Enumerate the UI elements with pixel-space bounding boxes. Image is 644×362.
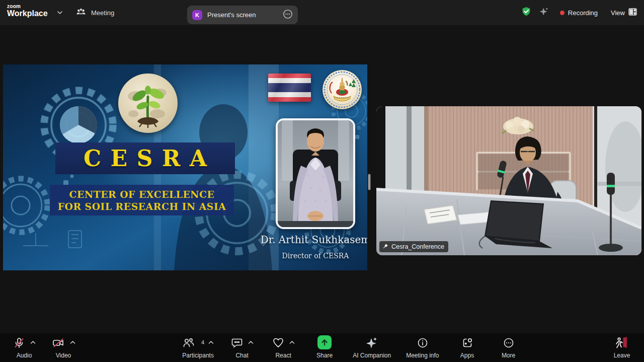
participants-options-chevron[interactable] xyxy=(208,339,214,349)
shared-screen-slide: CESRA CENTER OF EXCELLENCE FOR SOIL RESE… xyxy=(3,64,367,270)
cesra-logo xyxy=(118,74,178,133)
leave-door-icon xyxy=(615,336,629,349)
info-circle-icon xyxy=(417,336,429,349)
cesra-subtitle-banner: CENTER OF EXCELLENCE FOR SOIL RESEARCH I… xyxy=(50,185,234,215)
share-screen-icon xyxy=(317,335,332,349)
audio-options-chevron[interactable] xyxy=(30,339,36,349)
chat-label: Chat xyxy=(235,352,248,359)
participant-name-badge: Cesra_Conference xyxy=(379,241,448,252)
react-label: React xyxy=(275,352,291,359)
ai-companion-label: AI Companion xyxy=(353,352,391,359)
react-button[interactable]: React xyxy=(270,336,296,359)
ai-companion-icon xyxy=(365,336,378,349)
audio-label: Audio xyxy=(17,352,32,359)
more-button[interactable]: More xyxy=(496,336,522,359)
participants-icon xyxy=(182,336,195,349)
react-options-chevron[interactable] xyxy=(289,339,295,349)
share-button[interactable]: Share xyxy=(311,336,338,359)
presenter-title: Director of CESRA xyxy=(248,252,367,260)
meeting-stage: CESRA CENTER OF EXCELLENCE FOR SOIL RESE… xyxy=(0,25,644,333)
view-layout-icon xyxy=(628,8,637,17)
tab-presents-screen-label: Present's screen xyxy=(207,11,278,19)
participants-count-badge: 4 xyxy=(201,339,204,345)
video-label: Video xyxy=(56,352,71,359)
zoom-workplace-logo: zoom Workplace xyxy=(7,4,48,18)
participant-name-label: Cesra_Conference xyxy=(391,243,444,250)
camera-muted-icon xyxy=(52,336,65,349)
video-button[interactable]: Video xyxy=(50,336,76,359)
pie-chart-icon xyxy=(60,106,97,143)
leave-button[interactable]: Leave xyxy=(609,336,635,359)
view-label: View xyxy=(611,9,625,17)
pin-icon xyxy=(382,243,388,251)
participants-label: Participants xyxy=(182,352,214,359)
chat-options-chevron[interactable] xyxy=(248,339,254,349)
ellipsis-circle-icon[interactable] xyxy=(283,9,293,21)
conference-room-scene xyxy=(376,106,641,255)
recording-dot-icon xyxy=(560,11,565,15)
apps-button[interactable]: Apps xyxy=(454,336,480,359)
participant-video-tile[interactable]: Cesra_Conference xyxy=(376,106,641,255)
zoom-meeting-window: zoom Workplace Meeting K Present's scre xyxy=(0,0,644,362)
top-bar: zoom Workplace Meeting K Present's scre xyxy=(0,0,644,25)
heart-icon xyxy=(272,336,284,349)
presenter-photo xyxy=(276,118,355,229)
share-label: Share xyxy=(316,352,333,359)
apps-icon xyxy=(461,336,473,349)
recording-label: Recording xyxy=(568,9,598,17)
ai-companion-button[interactable]: AI Companion xyxy=(353,336,391,359)
meeting-info-button[interactable]: Meeting info xyxy=(406,336,439,359)
leave-label: Leave xyxy=(614,352,630,359)
presenter-name: Dr. Arthit Sukhkasem xyxy=(248,234,367,246)
thai-flag xyxy=(268,74,311,102)
avatar: K xyxy=(192,10,202,20)
people-group-icon xyxy=(75,8,87,18)
meeting-toolbar: Audio Video xyxy=(0,333,644,362)
tab-meeting-label: Meeting xyxy=(91,9,114,17)
slide-title: CESRA xyxy=(74,146,216,171)
more-label: More xyxy=(502,352,515,359)
cesra-title-banner: CESRA xyxy=(55,142,235,174)
panel-resize-handle[interactable] xyxy=(368,174,371,190)
microphone-muted-icon xyxy=(13,336,25,349)
ai-companion-status-icon[interactable] xyxy=(539,7,549,19)
topbar-right-cluster: Recording View xyxy=(521,0,637,25)
chat-button[interactable]: Chat xyxy=(229,336,255,359)
logo-zoom-text: zoom xyxy=(7,4,48,9)
apps-label: Apps xyxy=(460,352,474,359)
video-options-chevron[interactable] xyxy=(70,339,75,349)
tab-presents-screen[interactable]: K Present's screen xyxy=(187,6,298,24)
recording-indicator[interactable]: Recording xyxy=(560,9,598,17)
logo-workplace-text: Workplace xyxy=(7,9,48,18)
view-button[interactable]: View xyxy=(611,8,637,17)
chat-bubble-icon xyxy=(231,336,243,349)
participants-button[interactable]: 4 Participants xyxy=(182,336,214,359)
department-emblem xyxy=(323,70,362,109)
slide-subtitle-line2: FOR SOIL RESEARCH IN ASIA xyxy=(58,201,226,212)
audio-button[interactable]: Audio xyxy=(11,336,37,359)
chevron-down-icon[interactable] xyxy=(56,9,63,18)
more-ellipsis-icon xyxy=(503,336,515,349)
security-shield-icon[interactable] xyxy=(521,6,532,19)
tab-meeting[interactable]: Meeting xyxy=(75,6,114,19)
meeting-info-label: Meeting info xyxy=(406,352,439,359)
slide-subtitle-line1: CENTER OF EXCELLENCE xyxy=(69,189,215,200)
